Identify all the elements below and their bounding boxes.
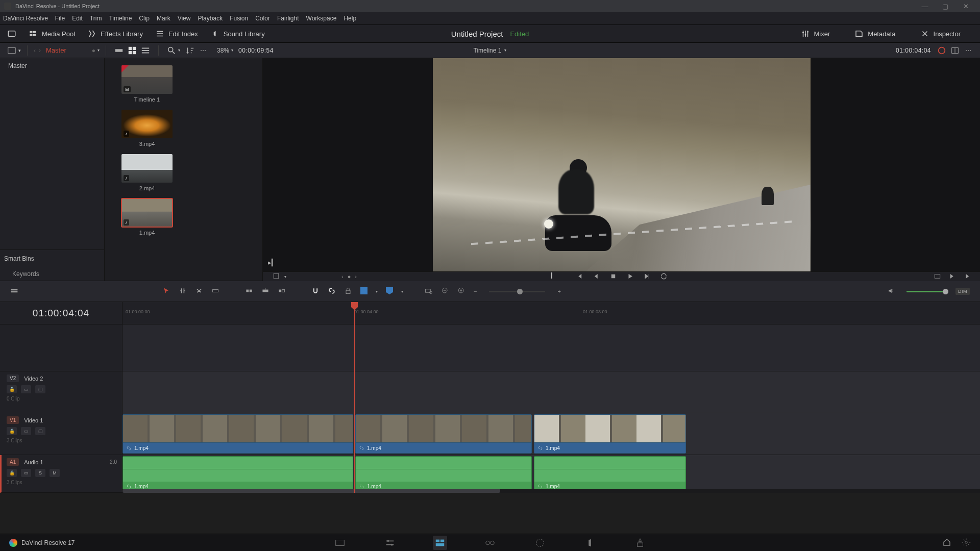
timeline-tracks[interactable]: 01:00:00:00 01:00:04:00 01:00:08:00 1.mp… [122,302,980,493]
page-edit[interactable] [433,536,447,550]
volume-icon[interactable] [887,287,895,296]
nav-fwd[interactable]: › [39,47,41,54]
zoom-in-icon[interactable] [457,287,465,296]
layout-button[interactable] [7,29,16,38]
dim-button[interactable]: DIM [955,288,970,295]
page-media[interactable] [333,536,347,550]
crop-icon[interactable] [272,272,280,281]
video-clip-1[interactable]: 1.mp4 [122,414,353,454]
search-icon[interactable] [167,46,176,55]
first-frame-button[interactable] [576,272,583,281]
timeline-name[interactable]: Timeline 1▾ [474,47,507,54]
playhead[interactable] [354,302,355,493]
page-color[interactable] [533,536,547,550]
volume-slider[interactable] [906,291,947,292]
audio-clip-2[interactable]: 1.mp4 [355,456,532,491]
menu-clip[interactable]: Clip [139,15,150,22]
settings-icon[interactable] [962,538,971,548]
flag-blue-icon[interactable] [360,287,368,295]
clip-timeline1[interactable]: ⊞Timeline 1 [114,65,180,103]
home-icon[interactable] [942,538,951,548]
menu-timeline[interactable]: Timeline [109,15,132,22]
chevron-down-icon[interactable]: ▾ [284,274,286,279]
video-clip-3[interactable]: 1.mp4 [534,414,686,454]
timeline-view-icon[interactable] [10,287,18,296]
strip-view-icon[interactable] [114,46,124,55]
overwrite-icon[interactable] [261,287,270,296]
menu-help[interactable]: Help [344,15,356,22]
min-button[interactable]: — [915,3,935,10]
link-icon[interactable] [328,287,336,296]
single-viewer-icon[interactable] [950,46,960,55]
page-fairlight[interactable] [583,536,597,550]
match-frame-icon[interactable] [934,272,941,281]
timeline-ruler[interactable]: 01:00:00:00 01:00:04:00 01:00:08:00 [122,302,980,324]
nav-back[interactable]: ‹ [34,47,36,54]
menu-mark[interactable]: Mark [157,15,170,22]
audio-clip-3[interactable]: 1.mp4 [534,456,686,491]
more-icon[interactable]: ⋯ [199,46,208,55]
timeline-scrollbar[interactable] [122,489,980,493]
track-head-v1[interactable]: V1Video 1 🔒▭▢ 3 Clips [0,413,122,455]
smart-bins-label[interactable]: Smart Bins [0,249,104,267]
stop-button[interactable] [609,272,617,281]
menu-playback[interactable]: Playback [198,15,223,22]
menu-color[interactable]: Color [255,15,270,22]
master-bin[interactable]: Master [0,58,104,73]
prev-frame-button[interactable] [593,272,600,281]
audio-clip-1[interactable]: 1.mp4 [122,456,353,491]
track-head-v2[interactable]: V2Video 2 🔒▭▢ 0 Clip [0,371,122,413]
track-v2[interactable] [122,371,980,413]
list-view-icon[interactable] [141,46,150,55]
edit-index-button[interactable]: Edit Index [155,29,198,38]
prev-marker-icon[interactable]: ‹ [341,273,344,280]
inspector-button[interactable]: Inspector [920,29,961,38]
trim-tool-icon[interactable] [179,287,187,296]
blade-tool-icon[interactable] [211,287,219,296]
sound-lib-button[interactable]: Sound Library [210,29,265,38]
flag-blue2-icon[interactable] [386,287,393,295]
bin-dropdown-icon[interactable]: ● [92,47,95,54]
snap-icon[interactable] [311,287,320,296]
video-clip-2[interactable]: 1.mp4 [355,414,532,454]
go-end2-icon[interactable] [963,272,971,281]
bin-view-icon[interactable] [7,46,16,55]
track-head-a1[interactable]: A1Audio 12.0 🔒▭SM 3 Clips [0,455,122,493]
effects-button[interactable]: Effects Library [87,29,143,38]
go-end-icon[interactable] [948,272,956,281]
dynamic-trim-icon[interactable] [195,287,203,296]
menu-fusion[interactable]: Fusion [230,15,248,22]
menu-workspace[interactable]: Workspace [306,15,337,22]
bypass-icon[interactable] [937,46,946,55]
zoom-out-icon[interactable] [441,287,449,296]
next-frame-button[interactable] [643,272,651,281]
marker-dot-icon[interactable]: ● [348,273,351,280]
clip-3mp4[interactable]: ♪3.mp4 [114,110,180,147]
page-fusion[interactable] [483,536,497,550]
menu-view[interactable]: View [178,15,191,22]
metadata-button[interactable]: Metadata [854,29,895,38]
more-icon-2[interactable]: ⋯ [964,46,973,55]
zoom-plus-icon[interactable]: + [557,288,560,294]
clip-2mp4[interactable]: ♪2.mp4 [114,154,180,191]
page-deliver[interactable] [633,536,647,550]
lock-icon[interactable] [344,287,352,296]
track-a1[interactable]: 1.mp4 1.mp4 1.mp4 [122,455,980,493]
menu-trim[interactable]: Trim [90,15,102,22]
zoom-minus-icon[interactable]: − [474,288,477,294]
keywords-bin[interactable]: Keywords [0,267,104,281]
loop-button[interactable] [660,272,668,281]
menu-edit[interactable]: Edit [72,15,83,22]
replace-icon[interactable] [278,287,286,296]
viewer-frame[interactable] [433,58,811,271]
media-pool-button[interactable]: Media Pool [29,29,75,38]
close-button[interactable]: ✕ [955,3,976,10]
play-button[interactable] [626,272,634,281]
sort-icon[interactable] [185,46,194,55]
max-button[interactable]: ▢ [935,3,955,10]
menu-fairlight[interactable]: Fairlight [277,15,299,22]
next-marker-icon[interactable]: › [355,273,357,280]
thumb-view-icon[interactable] [128,46,137,55]
page-cut[interactable] [383,536,397,550]
zoom-slider[interactable] [489,291,545,292]
